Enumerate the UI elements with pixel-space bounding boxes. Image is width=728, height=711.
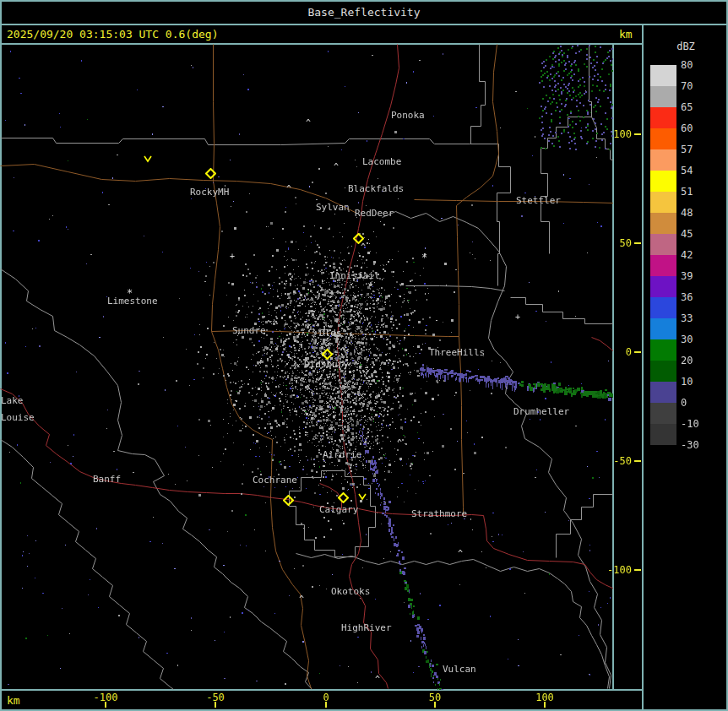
city-label-sylvan: Sylvan [316, 202, 350, 213]
legend-value-label: -30 [681, 439, 714, 451]
diamond-marker [353, 231, 364, 247]
right-axis-tick-mark [634, 351, 641, 353]
legend-value-label: 10 [681, 376, 714, 388]
city-label-stettler: Stettler [516, 195, 561, 206]
legend-value-label: 36 [681, 291, 714, 303]
city-label-airdrie: Airdrie [323, 449, 361, 460]
legend-color-block [650, 86, 676, 107]
scan-timestamp: 2025/09/20 03:15:03 UTC 0.6(deg) [7, 28, 218, 41]
page-title: Base_Reflectivity [0, 6, 728, 19]
right-axis-tick-label: 0 [601, 346, 632, 358]
legend-value-label: 0 [681, 397, 714, 409]
legend-value-label: 57 [681, 144, 714, 155]
legend-color-block [650, 149, 676, 171]
legend-color-block [650, 403, 676, 424]
legend-color-block [650, 382, 676, 403]
right-axis-tick-label: 50 [601, 237, 632, 249]
legend-color-block [650, 171, 676, 192]
bottom-axis-tick-mark [215, 702, 216, 708]
legend-value-label: -10 [681, 418, 714, 430]
legend-color-block [650, 255, 676, 276]
legend-value-label: 48 [681, 207, 714, 219]
legend-value-label: 60 [681, 122, 714, 134]
city-label-vulcan: Vulcan [443, 664, 476, 675]
city-label-innisfail: Innisfail [329, 270, 380, 281]
legend-header: dBZ [671, 41, 700, 52]
legend-value-label: 51 [681, 186, 714, 198]
right-axis-tick-label: 100 [601, 128, 632, 140]
city-label-limestone: Limestone [107, 296, 158, 307]
city-label-lacombe: Lacombe [362, 156, 401, 167]
legend-value-label: 39 [681, 270, 714, 282]
legend-color-block [650, 213, 676, 234]
legend-color-block [650, 361, 676, 382]
legend-value-label: 54 [681, 165, 714, 176]
legend-color-block [650, 339, 676, 361]
legend-value-label: 70 [681, 80, 714, 92]
legend-color-block [650, 128, 676, 149]
chevron-marker [143, 150, 153, 166]
city-label-drumheller: Drumheller [513, 406, 569, 417]
city-label-lake: Lake [1, 395, 24, 406]
diamond-marker [338, 491, 349, 507]
legend-color-block [650, 318, 676, 339]
bottom-axis-tick-mark [325, 702, 327, 708]
right-axis-tick-mark [634, 242, 641, 244]
city-label-okotoks: Okotoks [331, 586, 370, 597]
right-axis-tick-mark [634, 460, 641, 462]
legend-color-block [650, 276, 676, 297]
city-label-reddeer: RedDeer [355, 208, 394, 219]
city-label-cochrane: Cochrane [253, 475, 297, 486]
diamond-marker [322, 347, 333, 363]
legend-value-label: 42 [681, 249, 714, 261]
diamond-marker [205, 166, 216, 182]
city-label-blackfalds: Blackfalds [348, 183, 404, 194]
legend-color-block [650, 107, 676, 128]
legend-value-label: 20 [681, 355, 714, 366]
city-label-sundre: Sundre [232, 325, 266, 336]
titlebar-divider [0, 24, 728, 25]
right-axis-unit-label: km [619, 28, 633, 41]
legend-value-label: 30 [681, 334, 714, 345]
city-label-louise: Louise [1, 412, 35, 423]
city-label-olds: Olds [319, 328, 342, 339]
bottom-axis-unit-label: km [7, 694, 20, 707]
chevron-marker [357, 488, 367, 504]
bottom-axis-tick-mark [105, 702, 106, 708]
city-label-strathmore: Strathmore [411, 508, 467, 519]
legend-color-block [650, 297, 676, 318]
legend-color-block [650, 65, 676, 86]
border-top [0, 0, 728, 2]
legend-color-block [650, 192, 676, 213]
legend-value-label: 33 [681, 312, 714, 324]
bottom-axis-tick-mark [544, 702, 546, 708]
diamond-marker [283, 493, 294, 509]
legend-value-label: 80 [681, 59, 714, 71]
right-axis-tick-label: -50 [601, 455, 632, 467]
city-label-banff: Banff [93, 474, 121, 485]
right-axis-tick-mark [634, 569, 641, 571]
legend-value-label: 65 [681, 101, 714, 113]
legend-left-border [642, 24, 644, 711]
right-axis-tick-label: -100 [601, 564, 632, 576]
city-label-rockymh: RockyMH [190, 187, 229, 198]
city-label-threehills: ThreeHills [429, 347, 485, 358]
city-label-ponoka: Ponoka [391, 110, 425, 121]
legend-color-block [650, 424, 676, 445]
city-label-highriver: HighRiver [341, 622, 392, 633]
legend-color-block [650, 234, 676, 255]
radar-application-window: Base_Reflectivity 2025/09/20 03:15:03 UT… [0, 0, 728, 711]
bottom-axis-tick-mark [434, 702, 436, 708]
right-axis-tick-mark [634, 133, 641, 135]
legend-value-label: 45 [681, 228, 714, 240]
